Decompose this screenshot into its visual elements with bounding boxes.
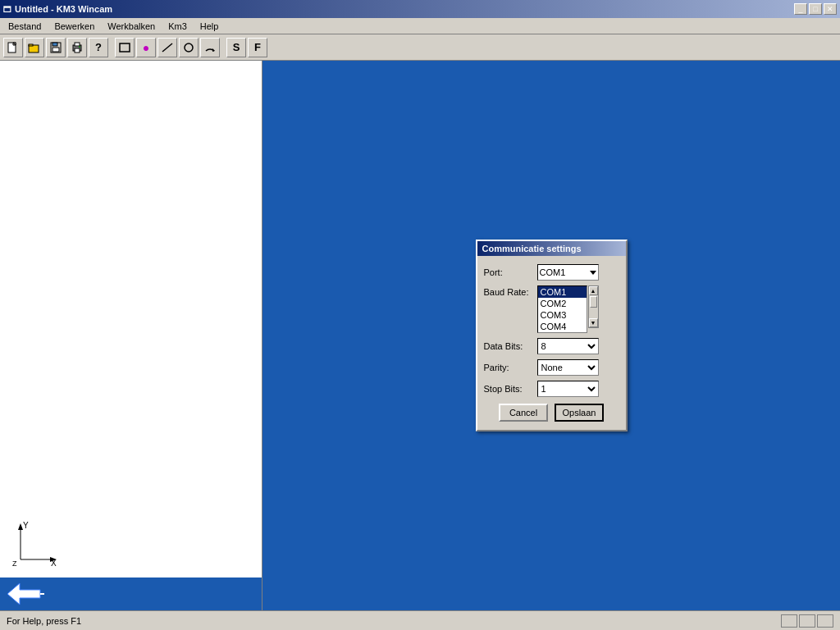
port-option-com1[interactable]: COM1: [538, 286, 587, 298]
dialog-body: Port: COM1 Baud Rate:: [477, 256, 626, 430]
menu-help[interactable]: Help: [195, 20, 224, 33]
save-button[interactable]: [46, 38, 66, 57]
svg-marker-24: [590, 271, 596, 275]
line-tool-button[interactable]: [158, 38, 177, 57]
parity-field-row: Parity: None Even Odd: [484, 359, 619, 376]
svg-text:X: X: [51, 559, 57, 568]
toolbar: ? ● S F: [0, 34, 840, 61]
svg-rect-5: [52, 43, 57, 46]
scroll-up-button[interactable]: ▲: [589, 286, 598, 295]
help-text: For Help, press F1: [7, 616, 81, 626]
port-listbox-container: COM1 COM2 COM3 COM4 ▲ ▼: [537, 285, 599, 333]
main-area: Y X Z Communicatie settings: [0, 61, 840, 610]
port-option-com3[interactable]: COM3: [538, 309, 587, 321]
status-bar: For Help, press F1: [0, 610, 840, 630]
f-tool-button[interactable]: F: [248, 38, 267, 57]
title-bar: 🗔 Untitled - KM3 Wincam _ □ ✕: [0, 0, 840, 18]
port-control: COM1: [537, 264, 599, 281]
cancel-button[interactable]: Cancel: [499, 404, 548, 422]
svg-point-10: [79, 46, 80, 48]
port-open-area: Baud Rate: COM1 COM2 COM3 COM4 ▲: [484, 285, 619, 333]
listbox-scrollbar: ▲ ▼: [588, 285, 599, 328]
stop-bits-field-row: Stop Bits: 1 2: [484, 381, 619, 397]
close-button[interactable]: ✕: [824, 3, 837, 15]
svg-line-12: [162, 43, 172, 52]
s-tool-button[interactable]: S: [226, 38, 246, 57]
maximize-button[interactable]: □: [809, 3, 822, 15]
status-buttons: [781, 614, 833, 628]
rect-tool-button[interactable]: [115, 38, 135, 57]
dialog-title: Communicatie settings: [477, 241, 626, 256]
data-bits-field-row: Data Bits: 8 7: [484, 338, 619, 354]
data-bits-select[interactable]: 8 7: [537, 338, 599, 354]
dialog-buttons: Cancel Opslaan: [484, 404, 619, 422]
parity-label: Parity:: [484, 363, 537, 372]
menu-werkbalken[interactable]: Werkbalken: [103, 20, 160, 33]
menu-bestand[interactable]: Bestand: [3, 20, 46, 33]
status-btn-2[interactable]: [799, 614, 815, 628]
status-btn-1[interactable]: [781, 614, 797, 628]
title-bar-left: 🗔 Untitled - KM3 Wincam: [3, 4, 112, 14]
arc-tool-button[interactable]: [200, 38, 220, 57]
port-field-row: Port: COM1: [484, 264, 619, 281]
parity-select[interactable]: None Even Odd: [537, 359, 599, 376]
circle-tool-button[interactable]: [179, 38, 199, 57]
svg-point-13: [185, 43, 193, 52]
open-button[interactable]: [25, 38, 44, 57]
communicatie-dialog: Communicatie settings Port: COM1: [476, 240, 628, 431]
svg-text:Y: Y: [23, 521, 29, 530]
print-button[interactable]: [67, 38, 87, 57]
svg-rect-3: [29, 44, 33, 46]
app-icon: 🗔: [3, 5, 11, 14]
blue-area: Communicatie settings Port: COM1: [262, 61, 840, 610]
svg-rect-8: [75, 43, 80, 46]
svg-rect-9: [75, 48, 80, 52]
port-option-com2[interactable]: COM2: [538, 298, 587, 309]
scroll-down-button[interactable]: ▼: [589, 318, 598, 327]
parity-control: None Even Odd: [537, 359, 619, 376]
menu-km3[interactable]: Km3: [163, 20, 192, 33]
port-selected-value: COM1: [540, 267, 566, 277]
new-button[interactable]: [3, 38, 23, 57]
dot-tool-button[interactable]: ●: [136, 38, 156, 57]
minimize-button[interactable]: _: [794, 3, 807, 15]
command-bar: [0, 578, 262, 610]
status-btn-3[interactable]: [817, 614, 833, 628]
canvas-area: Y X Z: [0, 61, 262, 610]
stop-bits-label: Stop Bits:: [484, 384, 537, 394]
stop-bits-control: 1 2: [537, 381, 619, 397]
svg-rect-6: [52, 48, 59, 52]
svg-rect-11: [120, 43, 130, 52]
port-dropdown-trigger[interactable]: COM1: [537, 264, 599, 281]
menu-bar: Bestand Bewerken Werkbalken Km3 Help: [0, 18, 840, 34]
help-button[interactable]: ?: [89, 38, 108, 57]
dropdown-arrow-icon: [590, 269, 596, 276]
scroll-thumb[interactable]: [590, 296, 597, 308]
save-button[interactable]: Opslaan: [555, 404, 604, 422]
window-title: Untitled - KM3 Wincam: [15, 4, 112, 14]
axis-indicator: Y X Z: [8, 518, 57, 569]
port-option-com4[interactable]: COM4: [538, 321, 587, 332]
svg-marker-22: [7, 583, 40, 605]
data-bits-label: Data Bits:: [484, 341, 537, 351]
title-bar-controls: _ □ ✕: [794, 3, 837, 15]
baud-rate-label: Baud Rate:: [484, 285, 537, 297]
svg-marker-14: [212, 48, 215, 52]
port-listbox: COM1 COM2 COM3 COM4: [537, 285, 587, 333]
svg-text:Z: Z: [12, 559, 17, 568]
stop-bits-select[interactable]: 1 2: [537, 381, 599, 397]
menu-bewerken[interactable]: Bewerken: [49, 20, 99, 33]
data-bits-control: 8 7: [537, 338, 619, 354]
port-label: Port:: [484, 267, 537, 277]
